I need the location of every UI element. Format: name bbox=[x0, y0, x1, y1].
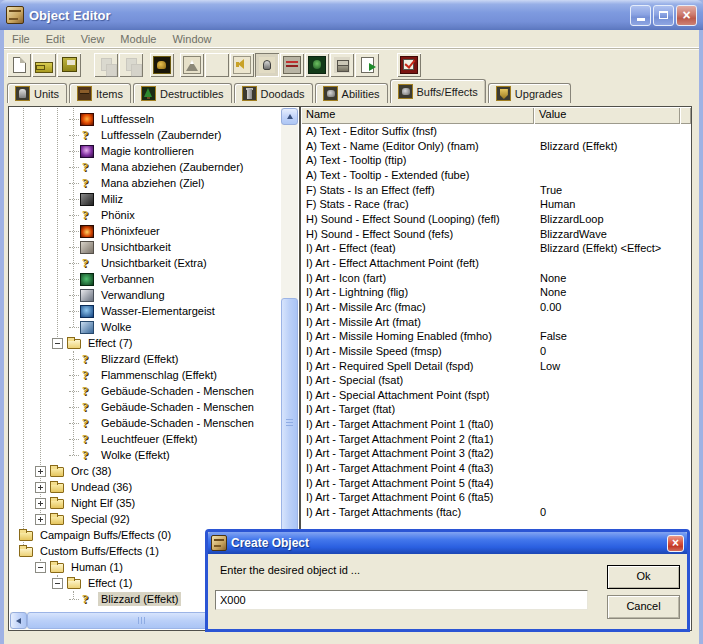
tab-destructibles[interactable]: Destructibles bbox=[133, 83, 232, 103]
tree-item[interactable]: Miliz bbox=[10, 191, 281, 207]
I) Art - Target (ftat)[interactable]: I) Art - Target (ftat) bbox=[301, 402, 691, 417]
I) Art - Missile Speed (fmsp)[interactable]: I) Art - Missile Speed (fmsp) 0 bbox=[301, 344, 691, 359]
expand-icon[interactable] bbox=[35, 514, 46, 525]
tree-item[interactable]: Verbannen bbox=[10, 271, 281, 287]
trigger-editor-button[interactable] bbox=[205, 53, 229, 77]
sound-editor-button[interactable] bbox=[230, 53, 254, 77]
H) Sound - Effect Sound (fefs)[interactable]: H) Sound - Effect Sound (fefs) BlizzardW… bbox=[301, 227, 691, 242]
tree-item[interactable]: Orc (38) bbox=[10, 463, 281, 479]
window-titlebar[interactable]: Object Editor × bbox=[0, 0, 703, 30]
column-header-value[interactable]: Value bbox=[534, 107, 680, 124]
save-map-button[interactable] bbox=[57, 53, 81, 77]
I) Art - Lightning (flig)[interactable]: I) Art - Lightning (flig) None bbox=[301, 285, 691, 300]
I) Art - Effect Attachment Point (feft)[interactable]: I) Art - Effect Attachment Point (feft) bbox=[301, 256, 691, 271]
cancel-button[interactable]: Cancel bbox=[607, 595, 680, 619]
I) Art - Target Attachments (ftac)[interactable]: I) Art - Target Attachments (ftac) 0 bbox=[301, 505, 691, 520]
I) Art - Missile Art (fmat)[interactable]: I) Art - Missile Art (fmat) bbox=[301, 315, 691, 330]
expand-icon[interactable] bbox=[35, 498, 46, 509]
object-manager-button[interactable] bbox=[330, 53, 354, 77]
collapse-icon[interactable] bbox=[52, 338, 63, 349]
tree-item[interactable]: Night Elf (35) bbox=[10, 495, 281, 511]
scroll-left-button[interactable] bbox=[10, 612, 27, 629]
A) Text - Name (Editor Only) (fnam)[interactable]: A) Text - Name (Editor Only) (fnam) Bliz… bbox=[301, 139, 691, 154]
I) Art - Missile Arc (fmac)[interactable]: I) Art - Missile Arc (fmac) 0.00 bbox=[301, 300, 691, 315]
tree-item[interactable]: Luftfesseln bbox=[10, 111, 281, 127]
tree-item[interactable]: Mana abziehen (Ziel) bbox=[10, 175, 281, 191]
ai-editor-button[interactable] bbox=[305, 53, 329, 77]
new-map-button[interactable] bbox=[7, 53, 31, 77]
tree-item[interactable]: Gebäude-Schaden - Menschen bbox=[10, 399, 281, 415]
vertical-scroll-thumb[interactable] bbox=[281, 298, 298, 548]
tree-item[interactable]: Verwandlung bbox=[10, 287, 281, 303]
collapse-icon[interactable] bbox=[52, 578, 63, 589]
expand-icon[interactable] bbox=[35, 482, 46, 493]
F) Stats - Race (frac)[interactable]: F) Stats - Race (frac) Human bbox=[301, 197, 691, 212]
tree-item[interactable]: Magie kontrollieren bbox=[10, 143, 281, 159]
H) Sound - Effect Sound (Looping) (fefl)[interactable]: H) Sound - Effect Sound (Looping) (fefl)… bbox=[301, 212, 691, 227]
tree-item[interactable]: Special (92) bbox=[10, 511, 281, 527]
I) Art - Target Attachment Point 6 (fta5)[interactable]: I) Art - Target Attachment Point 6 (fta5… bbox=[301, 490, 691, 505]
tree-item[interactable]: Wolke (Effekt) bbox=[10, 447, 281, 463]
tab-items[interactable]: Items bbox=[69, 83, 131, 103]
tree-item[interactable]: Phönix bbox=[10, 207, 281, 223]
I) Art - Required Spell Detail (fspd)[interactable]: I) Art - Required Spell Detail (fspd) Lo… bbox=[301, 359, 691, 374]
tree-item[interactable]: Effect (7) bbox=[10, 335, 281, 351]
I) Art - Target Attachment Point 3 (fta2)[interactable]: I) Art - Target Attachment Point 3 (fta2… bbox=[301, 446, 691, 461]
column-header-name[interactable]: Name bbox=[301, 107, 534, 124]
I) Art - Icon (fart)[interactable]: I) Art - Icon (fart) None bbox=[301, 271, 691, 286]
test-map-button[interactable] bbox=[397, 53, 421, 77]
terrain-editor-button[interactable] bbox=[180, 53, 204, 77]
I) Art - Missile Homing Enabled (fmho)[interactable]: I) Art - Missile Homing Enabled (fmho) F… bbox=[301, 329, 691, 344]
tree-item[interactable]: Gebäude-Schaden - Menschen bbox=[10, 415, 281, 431]
tree-item[interactable]: Mana abziehen (Zaubernder) bbox=[10, 159, 281, 175]
ok-button[interactable]: Ok bbox=[607, 565, 680, 589]
fist-button[interactable] bbox=[150, 53, 174, 77]
menu-item[interactable]: View bbox=[73, 31, 113, 47]
import-manager-button[interactable] bbox=[355, 53, 379, 77]
tab-upgrades[interactable]: Upgrades bbox=[488, 83, 571, 103]
I) Art - Special (fsat)[interactable]: I) Art - Special (fsat) bbox=[301, 373, 691, 388]
expand-icon[interactable] bbox=[35, 466, 46, 477]
menu-item[interactable]: Window bbox=[164, 31, 219, 47]
tree-item[interactable]: Unsichtbarkeit (Extra) bbox=[10, 255, 281, 271]
I) Art - Effect (feat)[interactable]: I) Art - Effect (feat) Blizzard (Effekt)… bbox=[301, 241, 691, 256]
dialog-close-button[interactable]: × bbox=[667, 535, 684, 552]
I) Art - Target Attachment Point 2 (fta1)[interactable]: I) Art - Target Attachment Point 2 (fta1… bbox=[301, 432, 691, 447]
tree-item[interactable]: Phönixfeuer bbox=[10, 223, 281, 239]
A) Text - Tooltip - Extended (fube)[interactable]: A) Text - Tooltip - Extended (fube) bbox=[301, 168, 691, 183]
copy-button[interactable] bbox=[94, 53, 118, 77]
A) Text - Tooltip (ftip)[interactable]: A) Text - Tooltip (ftip) bbox=[301, 153, 691, 168]
object-editor-button[interactable] bbox=[255, 53, 279, 77]
menu-item[interactable]: Module bbox=[112, 31, 164, 47]
tree-item[interactable]: Wasser-Elementargeist bbox=[10, 303, 281, 319]
menu-item[interactable]: File bbox=[4, 31, 38, 47]
I) Art - Special Attachment Point (fspt)[interactable]: I) Art - Special Attachment Point (fspt) bbox=[301, 388, 691, 403]
tree-item[interactable]: Wolke bbox=[10, 319, 281, 335]
A) Text - Editor Suffix (fnsf)[interactable]: A) Text - Editor Suffix (fnsf) bbox=[301, 124, 691, 139]
paste-button[interactable] bbox=[119, 53, 143, 77]
campaign-editor-button[interactable] bbox=[280, 53, 304, 77]
open-map-button[interactable] bbox=[32, 53, 56, 77]
scroll-up-button[interactable] bbox=[281, 108, 298, 125]
tab-doodads[interactable]: Doodads bbox=[234, 83, 313, 103]
object-id-input[interactable] bbox=[215, 590, 588, 610]
tree-item[interactable]: Gebäude-Schaden - Menschen bbox=[10, 383, 281, 399]
I) Art - Target Attachment Point 1 (fta0)[interactable]: I) Art - Target Attachment Point 1 (fta0… bbox=[301, 417, 691, 432]
tree-item[interactable]: Luftfesseln (Zaubernder) bbox=[10, 127, 281, 143]
tree-item[interactable]: Unsichtbarkeit bbox=[10, 239, 281, 255]
maximize-button[interactable] bbox=[653, 5, 674, 26]
tree-item[interactable]: Flammenschlag (Effekt) bbox=[10, 367, 281, 383]
F) Stats - Is an Effect (feff)[interactable]: F) Stats - Is an Effect (feff) True bbox=[301, 183, 691, 198]
tab-units[interactable]: Units bbox=[7, 83, 67, 103]
menu-item[interactable]: Edit bbox=[38, 31, 73, 47]
tree-item[interactable]: Undead (36) bbox=[10, 479, 281, 495]
I) Art - Target Attachment Point 4 (fta3)[interactable]: I) Art - Target Attachment Point 4 (fta3… bbox=[301, 461, 691, 476]
tab-abilities[interactable]: Abilities bbox=[315, 83, 388, 103]
tree-item[interactable]: Blizzard (Effekt) bbox=[10, 351, 281, 367]
tab-buffs-effects[interactable]: Buffs/Effects bbox=[390, 79, 486, 103]
dialog-titlebar[interactable]: Create Object × bbox=[208, 532, 687, 554]
collapse-icon[interactable] bbox=[35, 562, 46, 573]
close-button[interactable]: × bbox=[676, 5, 697, 26]
I) Art - Target Attachment Point 5 (fta4)[interactable]: I) Art - Target Attachment Point 5 (fta4… bbox=[301, 476, 691, 491]
tree-item[interactable]: Leuchtfeuer (Effekt) bbox=[10, 431, 281, 447]
